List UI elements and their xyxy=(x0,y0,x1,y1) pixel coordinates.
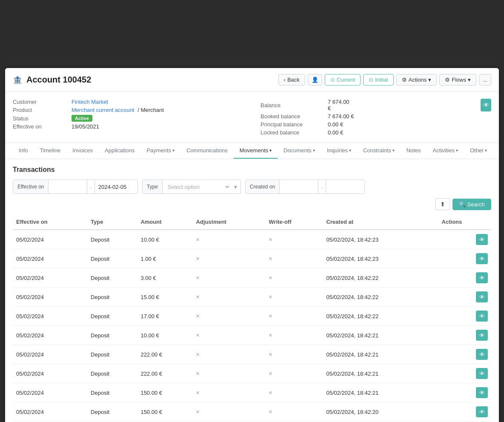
x-mark-icon: × xyxy=(269,332,272,339)
amount-cell: 3.00 € xyxy=(137,268,192,288)
tab-communications[interactable]: Communications xyxy=(180,143,234,159)
created-at-cell: 05/02/2024, 18:42:21 xyxy=(323,364,438,383)
row-view-button[interactable]: 👁 xyxy=(476,349,488,360)
type-filter-select[interactable]: Select option xyxy=(163,180,231,194)
col-header-write-off: Write-off xyxy=(265,214,323,230)
write-off-cell: × xyxy=(265,383,323,402)
product-row: Product Merchant current account / Merch… xyxy=(13,107,252,113)
effective-on-filter-label: Effective on xyxy=(13,180,49,194)
tab-invoices[interactable]: Invoices xyxy=(66,143,99,159)
eye-icon: 👁 xyxy=(479,371,485,377)
effective-on-from-input[interactable] xyxy=(49,180,87,194)
effective-on-cell: 05/02/2024 xyxy=(13,288,87,307)
x-mark-icon: × xyxy=(196,408,199,415)
row-view-button[interactable]: 👁 xyxy=(476,406,488,417)
row-view-button[interactable]: 👁 xyxy=(476,291,488,302)
eye-icon: 👁 xyxy=(479,390,485,396)
more-button[interactable]: ... xyxy=(479,74,491,86)
transactions-table-wrapper: Effective onTypeAmountAdjustmentWrite-of… xyxy=(13,214,491,422)
created-at-cell: 05/02/2024, 18:42:23 xyxy=(323,249,438,268)
created-on-from-input[interactable] xyxy=(280,180,318,194)
principal-balance-label: Principal balance xyxy=(261,121,324,128)
actions-button[interactable]: ⚙ Actions ▾ xyxy=(396,74,437,86)
tab-payments[interactable]: Payments ▾ xyxy=(140,143,180,159)
user-button[interactable]: 👤 xyxy=(308,74,322,86)
actions-cell: 👁 xyxy=(438,326,491,345)
search-button[interactable]: 🔍 Search xyxy=(452,199,491,210)
row-view-button[interactable]: 👁 xyxy=(476,272,488,283)
actions-cell: 👁 xyxy=(438,307,491,326)
tab-notes[interactable]: Notes xyxy=(401,143,427,159)
amount-cell: 222.00 € xyxy=(137,364,192,383)
col-header-created-at: Created at xyxy=(323,214,438,230)
tab-applications[interactable]: Applications xyxy=(99,143,140,159)
adjustment-cell: × xyxy=(192,402,265,422)
created-on-to-input[interactable] xyxy=(326,180,364,194)
effective-on-to-input[interactable] xyxy=(95,180,137,194)
amount-cell: 17.00 € xyxy=(137,307,192,326)
status-row: Status Active xyxy=(13,115,252,122)
x-mark-icon: × xyxy=(269,255,272,262)
tab-caret-icon: ▾ xyxy=(485,148,487,153)
type-cell: Deposit xyxy=(87,268,137,288)
principal-balance-value: 0.00 € xyxy=(328,121,343,128)
initial-button[interactable]: ⊙ Initial xyxy=(363,74,393,86)
x-mark-icon: × xyxy=(196,255,199,262)
flows-caret-icon: ▾ xyxy=(468,77,471,83)
tabs-bar: InfoTimelineInvoicesApplicationsPayments… xyxy=(5,143,499,159)
adjustment-cell: × xyxy=(192,326,265,345)
product-suffix: / Merchant xyxy=(137,107,163,113)
export-button[interactable]: ⬆ xyxy=(435,198,450,210)
back-button[interactable]: ‹ Back xyxy=(278,74,305,86)
effective-on-cell: 05/02/2024 xyxy=(13,402,87,422)
eye-icon: 👁 xyxy=(479,275,485,281)
type-cell: Deposit xyxy=(87,307,137,326)
write-off-cell: × xyxy=(265,326,323,345)
tab-movements[interactable]: Movements ▾ xyxy=(234,143,278,159)
tab-activities[interactable]: Activities ▾ xyxy=(427,143,464,159)
customer-label: Customer xyxy=(13,99,68,105)
adjustment-cell: × xyxy=(192,288,265,307)
type-filter-label: Type xyxy=(143,180,163,194)
flows-button[interactable]: ⚙ Flows ▾ xyxy=(439,74,476,86)
effective-on-cell: 05/02/2024 xyxy=(13,383,87,402)
account-icon: 🏦 xyxy=(13,75,22,85)
page-title: Account 100452 xyxy=(26,75,91,85)
product-value[interactable]: Merchant current account xyxy=(72,107,134,113)
booked-balance-value: 7 674.00 € xyxy=(328,113,354,120)
amount-cell: 150.00 € xyxy=(137,383,192,402)
x-mark-icon: × xyxy=(269,313,272,319)
x-mark-icon: × xyxy=(269,294,272,300)
row-view-button[interactable]: 👁 xyxy=(476,368,488,379)
row-view-button[interactable]: 👁 xyxy=(476,311,488,322)
balance-eye-button[interactable]: 👁 xyxy=(481,99,491,111)
tab-documents[interactable]: Documents ▾ xyxy=(278,143,321,159)
gear-icon: ⚙ xyxy=(402,77,407,83)
effective-on-cell: 05/02/2024 xyxy=(13,364,87,383)
row-view-button[interactable]: 👁 xyxy=(476,330,488,341)
tab-other[interactable]: Other ▾ xyxy=(464,143,493,159)
info-left: Customer Fintech Market Product Merchant… xyxy=(13,99,252,136)
tab-inquiries[interactable]: Inquiries ▾ xyxy=(321,143,357,159)
actions-cell: 👁 xyxy=(438,364,491,383)
header-left: 🏦 Account 100452 xyxy=(13,75,91,85)
effective-on-cell: 05/02/2024 xyxy=(13,249,87,268)
effective-on-cell: 05/02/2024 xyxy=(13,307,87,326)
customer-value[interactable]: Fintech Market xyxy=(72,99,108,105)
col-header-amount: Amount xyxy=(137,214,192,230)
tab-timeline[interactable]: Timeline xyxy=(34,143,67,159)
row-view-button[interactable]: 👁 xyxy=(476,387,488,398)
row-view-button[interactable]: 👁 xyxy=(476,234,488,245)
created-at-cell: 05/02/2024, 18:42:22 xyxy=(323,307,438,326)
row-view-button[interactable]: 👁 xyxy=(476,253,488,264)
write-off-cell: × xyxy=(265,268,323,288)
tab-info[interactable]: Info xyxy=(13,143,34,159)
write-off-cell: × xyxy=(265,402,323,422)
effective-on-row: Effective on 19/05/2021 xyxy=(13,123,252,130)
eye-icon: 👁 xyxy=(479,237,485,243)
status-label: Status xyxy=(13,115,68,122)
current-icon: ⊙ xyxy=(330,77,335,83)
eye-icon: 👁 xyxy=(479,256,485,262)
current-button[interactable]: ⊙ Current xyxy=(325,74,361,86)
tab-constraints[interactable]: Constraints ▾ xyxy=(357,143,401,159)
